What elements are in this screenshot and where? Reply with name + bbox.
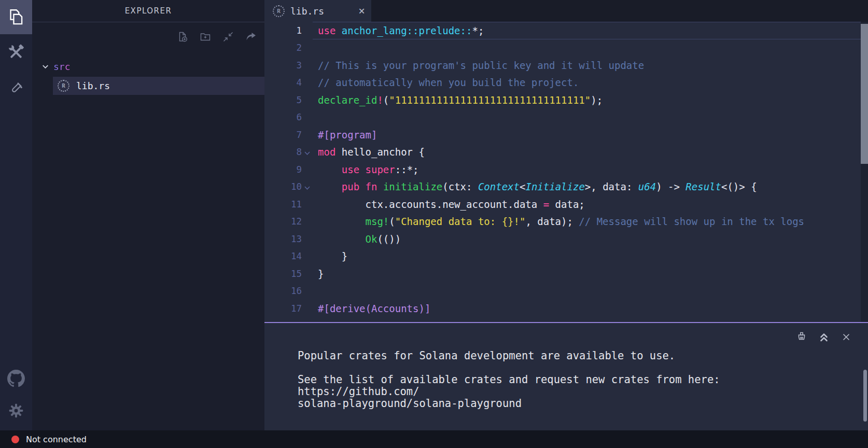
code-text: pub fn initialize(ctx: Context<Initializ…	[318, 181, 757, 192]
terminal-message: See the list of available crates and req…	[298, 374, 847, 410]
code-text: // This is your program's public key and…	[318, 60, 644, 71]
code-line-2[interactable]: 2	[264, 39, 868, 57]
collapse-folders-icon	[222, 31, 234, 43]
line-number: 4	[264, 74, 302, 92]
rust-icon: R	[58, 80, 69, 92]
line-number: 16	[264, 283, 302, 300]
chevron-down-icon	[40, 62, 50, 72]
close-terminal-button[interactable]	[841, 331, 852, 343]
github-icon	[7, 370, 25, 387]
activity-explorer-button[interactable]	[0, 0, 32, 34]
line-number: 1	[264, 22, 302, 39]
explorer-header: EXPLORER	[32, 0, 264, 22]
line-number: 9	[264, 161, 302, 178]
new-folder-icon	[200, 31, 211, 43]
line-number: 14	[264, 248, 302, 265]
code-text: mod hello_anchor {	[318, 146, 425, 158]
code-line-12[interactable]: 12 msg!("Changed data to: {}!", data); /…	[264, 213, 868, 231]
code-line-4[interactable]: 4// automatically when you build the pro…	[264, 74, 868, 92]
new-file-button[interactable]	[177, 31, 188, 43]
line-number: 15	[264, 265, 302, 283]
line-number: 3	[264, 57, 302, 74]
line-number: 10	[264, 178, 302, 196]
code-line-1[interactable]: 1use anchor_lang::prelude::*;	[264, 22, 868, 39]
code-text: #[derive(Accounts)]	[318, 303, 430, 314]
code-line-10[interactable]: 10 pub fn initialize(ctx: Context<Initia…	[264, 178, 868, 196]
editor-scrollbar-track[interactable]	[861, 22, 868, 322]
terminal-output: Popular crates for Solana development ar…	[264, 323, 868, 410]
share-button[interactable]	[245, 31, 257, 43]
code-text: }	[318, 250, 347, 262]
code-line-17[interactable]: 17#[derive(Accounts)]	[264, 300, 868, 317]
line-number: 2	[264, 39, 302, 57]
settings-button[interactable]	[0, 395, 32, 427]
code-line-13[interactable]: 13 Ok(())	[264, 230, 868, 248]
code-line-11[interactable]: 11 ctx.accounts.new_account.data = data;	[264, 195, 868, 213]
test-tube-icon	[8, 80, 24, 96]
code-editor[interactable]: 1use anchor_lang::prelude::*;23// This i…	[264, 22, 868, 322]
tab-bar: R lib.rs ×	[264, 0, 868, 22]
broom-icon	[796, 331, 807, 343]
code-text: msg!("Changed data to: {}!", data); // M…	[318, 216, 804, 227]
fold-chevron-icon[interactable]	[304, 151, 310, 156]
tab-close-icon[interactable]: ×	[358, 6, 365, 17]
gear-icon	[8, 403, 24, 418]
code-text: declare_id!("111111111111111111111111111…	[318, 94, 603, 106]
line-number: 11	[264, 195, 302, 213]
files-icon	[7, 8, 25, 26]
activity-bar-bottom	[0, 362, 32, 427]
editor-area: R lib.rs × 1use anchor_lang::prelude::*;…	[264, 0, 868, 430]
line-number: 13	[264, 230, 302, 248]
terminal-panel[interactable]: Popular crates for Solana development ar…	[264, 323, 868, 430]
close-icon	[841, 331, 852, 343]
code-line-7[interactable]: 7#[program]	[264, 126, 868, 144]
code-line-9[interactable]: 9 use super::*;	[264, 161, 868, 178]
clear-terminal-button[interactable]	[796, 331, 807, 343]
code-line-8[interactable]: 8mod hello_anchor {	[264, 144, 868, 161]
editor-scrollbar-thumb[interactable]	[861, 24, 868, 164]
code-text: }	[318, 268, 324, 279]
fold-chevron-icon[interactable]	[304, 186, 310, 190]
activity-test-button[interactable]	[0, 71, 32, 106]
tab-librs[interactable]: R lib.rs ×	[264, 0, 371, 22]
connection-status-dot	[11, 436, 19, 443]
new-folder-button[interactable]	[200, 31, 211, 43]
explorer-toolbar	[32, 22, 264, 43]
maximize-terminal-button[interactable]	[818, 331, 830, 343]
collapse-folders-button[interactable]	[222, 31, 234, 43]
github-button[interactable]	[0, 362, 32, 395]
folder-label: src	[53, 61, 71, 72]
file-tree: src R lib.rs	[32, 59, 264, 95]
activity-bar	[0, 0, 32, 430]
code-line-3[interactable]: 3// This is your program's public key an…	[264, 57, 868, 74]
line-number: 8	[264, 144, 302, 161]
line-number: 12	[264, 213, 302, 231]
code-text: use super::*;	[318, 164, 419, 175]
tree-file-librs[interactable]: R lib.rs	[53, 77, 264, 95]
line-number: 6	[264, 109, 302, 127]
connection-status-label[interactable]: Not connected	[26, 435, 87, 444]
activity-build-button[interactable]	[0, 34, 32, 71]
terminal-scrollbar-thumb[interactable]	[863, 370, 867, 422]
code-line-5[interactable]: 5declare_id!("11111111111111111111111111…	[264, 91, 868, 109]
code-line-15[interactable]: 15}	[264, 265, 868, 283]
line-number: 17	[264, 300, 302, 317]
code-text: Ok(())	[318, 233, 401, 245]
build-tools-icon	[8, 44, 24, 61]
tree-folder-src[interactable]: src	[32, 59, 264, 74]
code-line-14[interactable]: 14 }	[264, 248, 868, 265]
status-bar: Not connected	[0, 430, 868, 448]
code-text: ctx.accounts.new_account.data = data;	[318, 199, 585, 210]
code-line-6[interactable]: 6	[264, 109, 868, 127]
code-lines: 1use anchor_lang::prelude::*;23// This i…	[264, 22, 868, 317]
line-number: 7	[264, 126, 302, 144]
share-icon	[245, 31, 257, 43]
terminal-actions	[796, 331, 852, 343]
code-line-16[interactable]: 16	[264, 283, 868, 300]
file-label: lib.rs	[76, 80, 110, 91]
explorer-title: EXPLORER	[125, 6, 172, 16]
terminal-message: Popular crates for Solana development ar…	[298, 350, 847, 362]
double-chevron-up-icon	[818, 331, 830, 343]
line-number: 5	[264, 91, 302, 109]
code-text: #[program]	[318, 129, 377, 141]
